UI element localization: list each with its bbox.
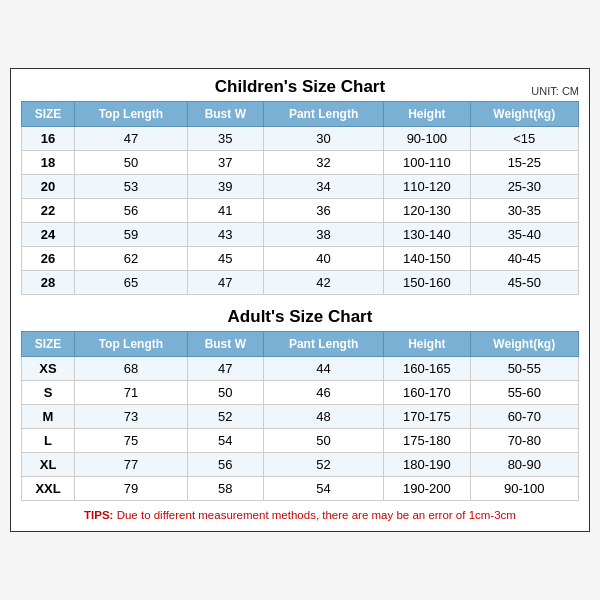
table-row: XL775652180-19080-90 bbox=[22, 453, 579, 477]
table-row: L755450175-18070-80 bbox=[22, 429, 579, 453]
table-cell: 47 bbox=[75, 127, 188, 151]
table-cell: 20 bbox=[22, 175, 75, 199]
table-cell: 35 bbox=[187, 127, 263, 151]
table-cell: 39 bbox=[187, 175, 263, 199]
table-cell: 65 bbox=[75, 271, 188, 295]
table-cell: 90-100 bbox=[470, 477, 579, 501]
table-cell: S bbox=[22, 381, 75, 405]
table-cell: 25-30 bbox=[470, 175, 579, 199]
adult-header-cell: Weight(kg) bbox=[470, 332, 579, 357]
table-row: M735248170-17560-70 bbox=[22, 405, 579, 429]
table-cell: 15-25 bbox=[470, 151, 579, 175]
table-cell: 190-200 bbox=[384, 477, 470, 501]
table-row: XS684744160-16550-55 bbox=[22, 357, 579, 381]
table-cell: 52 bbox=[263, 453, 383, 477]
table-cell: 52 bbox=[187, 405, 263, 429]
table-cell: 40-45 bbox=[470, 247, 579, 271]
table-cell: 30 bbox=[263, 127, 383, 151]
tips-row: TIPS: Due to different measurement metho… bbox=[21, 507, 579, 523]
table-cell: 90-100 bbox=[384, 127, 470, 151]
table-cell: 170-175 bbox=[384, 405, 470, 429]
table-cell: 175-180 bbox=[384, 429, 470, 453]
table-cell: 18 bbox=[22, 151, 75, 175]
chart-container: Children's Size Chart UNIT: CM SIZETop L… bbox=[10, 68, 590, 532]
table-row: 20533934110-12025-30 bbox=[22, 175, 579, 199]
table-cell: XL bbox=[22, 453, 75, 477]
table-cell: 41 bbox=[187, 199, 263, 223]
unit-label: UNIT: CM bbox=[531, 85, 579, 97]
table-row: 24594338130-14035-40 bbox=[22, 223, 579, 247]
adult-header-cell: Bust W bbox=[187, 332, 263, 357]
table-cell: 140-150 bbox=[384, 247, 470, 271]
table-cell: 120-130 bbox=[384, 199, 470, 223]
table-cell: 80-90 bbox=[470, 453, 579, 477]
table-cell: 48 bbox=[263, 405, 383, 429]
children-header-row: SIZETop LengthBust WPant LengthHeightWei… bbox=[22, 102, 579, 127]
table-cell: 79 bbox=[75, 477, 188, 501]
table-row: 1647353090-100<15 bbox=[22, 127, 579, 151]
table-cell: 37 bbox=[187, 151, 263, 175]
table-cell: 16 bbox=[22, 127, 75, 151]
table-cell: 150-160 bbox=[384, 271, 470, 295]
table-cell: 45 bbox=[187, 247, 263, 271]
children-header-cell: Weight(kg) bbox=[470, 102, 579, 127]
table-cell: 71 bbox=[75, 381, 188, 405]
table-cell: 70-80 bbox=[470, 429, 579, 453]
table-cell: 180-190 bbox=[384, 453, 470, 477]
table-cell: 110-120 bbox=[384, 175, 470, 199]
tips-label: TIPS: bbox=[84, 509, 113, 521]
adult-title-row: Adult's Size Chart bbox=[21, 307, 579, 327]
tips-text: Due to different measurement methods, th… bbox=[113, 509, 515, 521]
adult-size-table: SIZETop LengthBust WPant LengthHeightWei… bbox=[21, 331, 579, 501]
adult-header-row: SIZETop LengthBust WPant LengthHeightWei… bbox=[22, 332, 579, 357]
table-cell: 35-40 bbox=[470, 223, 579, 247]
table-cell: 44 bbox=[263, 357, 383, 381]
table-cell: 36 bbox=[263, 199, 383, 223]
table-cell: 68 bbox=[75, 357, 188, 381]
table-cell: XXL bbox=[22, 477, 75, 501]
table-cell: 77 bbox=[75, 453, 188, 477]
table-cell: L bbox=[22, 429, 75, 453]
children-header-cell: SIZE bbox=[22, 102, 75, 127]
table-cell: 75 bbox=[75, 429, 188, 453]
table-cell: 53 bbox=[75, 175, 188, 199]
table-row: S715046160-17055-60 bbox=[22, 381, 579, 405]
table-cell: 54 bbox=[263, 477, 383, 501]
children-title-row: Children's Size Chart UNIT: CM bbox=[21, 77, 579, 97]
table-cell: 58 bbox=[187, 477, 263, 501]
table-cell: 30-35 bbox=[470, 199, 579, 223]
table-cell: 47 bbox=[187, 357, 263, 381]
table-cell: 62 bbox=[75, 247, 188, 271]
adult-section-title: Adult's Size Chart bbox=[228, 307, 373, 327]
table-cell: 50-55 bbox=[470, 357, 579, 381]
table-cell: 73 bbox=[75, 405, 188, 429]
table-cell: <15 bbox=[470, 127, 579, 151]
table-cell: 22 bbox=[22, 199, 75, 223]
children-header-cell: Pant Length bbox=[263, 102, 383, 127]
children-header-cell: Bust W bbox=[187, 102, 263, 127]
children-size-table: SIZETop LengthBust WPant LengthHeightWei… bbox=[21, 101, 579, 295]
table-cell: 160-165 bbox=[384, 357, 470, 381]
table-cell: 100-110 bbox=[384, 151, 470, 175]
table-cell: 54 bbox=[187, 429, 263, 453]
table-cell: 45-50 bbox=[470, 271, 579, 295]
table-row: 26624540140-15040-45 bbox=[22, 247, 579, 271]
children-header-cell: Top Length bbox=[75, 102, 188, 127]
table-cell: 40 bbox=[263, 247, 383, 271]
table-row: XXL795854190-20090-100 bbox=[22, 477, 579, 501]
table-row: 28654742150-16045-50 bbox=[22, 271, 579, 295]
children-section-title: Children's Size Chart bbox=[215, 77, 385, 97]
table-cell: XS bbox=[22, 357, 75, 381]
table-row: 18503732100-11015-25 bbox=[22, 151, 579, 175]
table-row: 22564136120-13030-35 bbox=[22, 199, 579, 223]
table-cell: 43 bbox=[187, 223, 263, 247]
children-header-cell: Height bbox=[384, 102, 470, 127]
table-cell: 50 bbox=[263, 429, 383, 453]
adult-header-cell: Top Length bbox=[75, 332, 188, 357]
adult-header-cell: Pant Length bbox=[263, 332, 383, 357]
table-cell: 24 bbox=[22, 223, 75, 247]
table-cell: 38 bbox=[263, 223, 383, 247]
table-cell: 50 bbox=[75, 151, 188, 175]
table-cell: 28 bbox=[22, 271, 75, 295]
table-cell: 47 bbox=[187, 271, 263, 295]
